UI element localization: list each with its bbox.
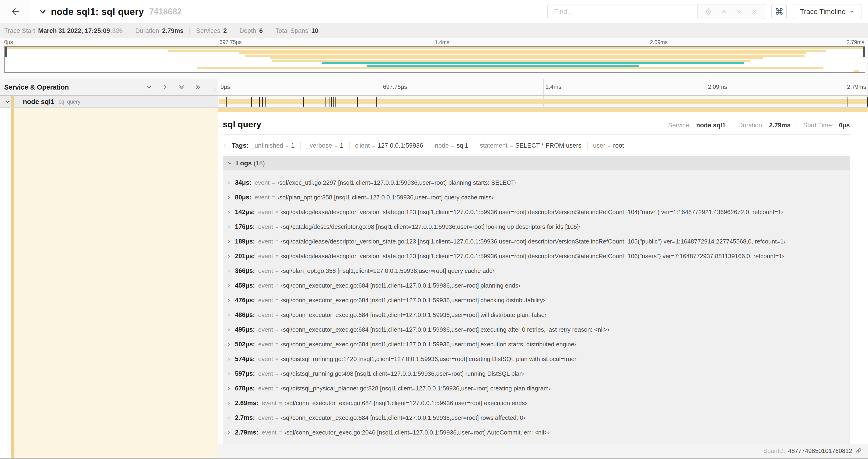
log-marker-tick [259, 97, 260, 107]
log-row-toggle-chevron-icon[interactable] [226, 283, 231, 288]
clear-find-icon[interactable] [751, 8, 758, 15]
log-row[interactable]: 189μs:event=‹sql/catalog/lease/descripto… [223, 234, 849, 249]
log-row-toggle-chevron-icon[interactable] [226, 210, 231, 215]
log-row-toggle-chevron-icon[interactable] [226, 430, 231, 435]
trace-collapse-chevron-icon[interactable] [38, 7, 47, 16]
tag-key: _verbose [306, 142, 332, 149]
span-link-icon[interactable] [855, 447, 862, 454]
find-tools [697, 4, 765, 19]
log-field-value: ‹sql/plan_opt.go:358 [nsql1,client=127.0… [281, 267, 495, 274]
collapse-one-icon[interactable] [145, 84, 152, 91]
span-id-bar: SpanID: 4877749850101760812 [218, 444, 868, 458]
log-row[interactable]: 176μs:event=‹sql/catalog/descs/descripto… [223, 220, 849, 234]
logs-accordion-header[interactable]: Logs (18) [223, 156, 849, 170]
log-row[interactable]: 495μs:event=‹sql/conn_executor_exec.go:6… [223, 322, 849, 337]
log-row[interactable]: 486μs:event=‹sql/conn_executor_exec.go:6… [223, 308, 849, 322]
back-button[interactable] [0, 0, 30, 23]
log-row-toggle-chevron-icon[interactable] [226, 386, 231, 391]
log-row-toggle-chevron-icon[interactable] [226, 225, 231, 229]
log-field-name: event [255, 179, 270, 186]
minimap-tick-label: 1.4ms [435, 39, 450, 45]
find-input[interactable] [548, 4, 697, 19]
collapse-all-icon[interactable] [178, 84, 185, 91]
span-row[interactable]: node sql1 sql query [0, 96, 868, 108]
span-detail-row: sql query Service:node sql1Duration:2.79… [0, 108, 868, 458]
minimap-tick-label: 2.79ms [847, 39, 864, 45]
span-row-name-cell[interactable]: node sql1 sql query [0, 96, 218, 107]
log-equals: = [275, 371, 278, 377]
log-row-toggle-chevron-icon[interactable] [226, 254, 231, 259]
span-bar-cell[interactable] [218, 96, 868, 107]
span-duration-bar[interactable] [219, 99, 867, 104]
log-row-toggle-chevron-icon[interactable] [226, 357, 231, 362]
log-marker-tick [303, 97, 304, 107]
summary-item-value: 6 [259, 27, 263, 35]
log-field-value: ‹sql/catalog/lease/descriptor_version_st… [281, 238, 786, 245]
log-row-toggle-chevron-icon[interactable] [226, 313, 231, 318]
tag-value: 1 [340, 142, 343, 149]
log-field-value: ‹sql/catalog/lease/descriptor_version_st… [281, 208, 783, 216]
log-row-toggle-chevron-icon[interactable] [226, 327, 231, 332]
trace-minimap[interactable] [4, 46, 865, 73]
span-service-name: node sql1 [23, 98, 54, 106]
log-row[interactable]: 678μs:event=‹sql/distsql_physical_planne… [223, 381, 849, 396]
log-row[interactable]: 2.7ms:event=‹sql/conn_executor_exec.go:6… [223, 411, 849, 425]
log-field-value: ‹sql/plan_opt.go:358 [nsql1,client=127.0… [277, 194, 494, 201]
tag-equals: = [286, 143, 289, 149]
log-row[interactable]: 80μs:event=‹sql/plan_opt.go:358 [nsql1,c… [223, 190, 849, 205]
log-row[interactable]: 34μs:event=‹sql/exec_util.go:2297 [nsql1… [223, 175, 849, 190]
log-row-toggle-chevron-icon[interactable] [226, 401, 231, 405]
log-row[interactable]: 366μs:event=‹sql/plan_opt.go:358 [nsql1,… [223, 264, 849, 278]
log-field-name: event [258, 341, 273, 348]
log-equals: = [275, 341, 278, 348]
span-color-accent [11, 96, 14, 107]
log-row[interactable]: 574μs:event=‹sql/distsql_running.go:1420… [223, 352, 849, 366]
overview-item-value: 2.79ms [769, 122, 790, 129]
tags-accordion[interactable]: Tags: _unfinished=1_verbose=1client=127.… [223, 140, 850, 151]
log-row[interactable]: 597μs:event=‹sql/distsql_running.go:498 … [223, 366, 849, 381]
tag-value: sql1 [457, 142, 468, 149]
log-row-toggle-chevron-icon[interactable] [226, 298, 231, 303]
expand-all-icon[interactable] [194, 84, 202, 91]
summary-item-suffix: .326 [111, 27, 123, 35]
overview-item: Duration:2.79ms [738, 122, 790, 129]
page-title: node sql1: sql query [51, 6, 144, 17]
focus-icon[interactable] [705, 8, 712, 15]
log-row-toggle-chevron-icon[interactable] [226, 181, 231, 185]
minimap-right-scrubber[interactable] [863, 47, 865, 57]
log-row[interactable]: 2.79ms:event=‹sql/conn_executor_exec.go:… [223, 425, 849, 440]
span-toggle-chevron-icon[interactable] [5, 99, 11, 105]
summary-item-value: 10 [311, 27, 318, 35]
next-result-icon[interactable] [736, 8, 743, 15]
log-row-toggle-chevron-icon[interactable] [226, 342, 231, 347]
log-row-toggle-chevron-icon[interactable] [226, 269, 231, 273]
minimap-left-scrubber[interactable] [5, 47, 7, 57]
tags-toggle-chevron-icon[interactable] [223, 143, 228, 148]
overview-item-value: node sql1 [696, 122, 726, 129]
span-id-label: SpanID: [763, 447, 785, 455]
log-timestamp: 476μs: [235, 297, 255, 304]
log-field-name: event [258, 238, 273, 245]
log-row-toggle-chevron-icon[interactable] [226, 416, 231, 420]
log-row[interactable]: 201μs:event=‹sql/catalog/lease/descripto… [223, 249, 849, 264]
log-row[interactable]: 459μs:event=‹sql/conn_executor_exec.go:6… [223, 278, 849, 293]
log-row[interactable]: 502μs:event=‹sql/conn_executor_exec.go:6… [223, 337, 849, 352]
expand-one-icon[interactable] [162, 84, 169, 91]
log-row-toggle-chevron-icon[interactable] [226, 239, 231, 244]
prev-result-icon[interactable] [720, 8, 727, 15]
minimap-ruler: 0μs697.75μs1.4ms2.09ms2.79ms [4, 38, 865, 46]
log-rows: 34μs:event=‹sql/exec_util.go:2297 [nsql1… [223, 170, 849, 440]
keyboard-shortcuts-button[interactable]: ⌘ [771, 4, 787, 19]
log-row[interactable]: 2.69ms:event=‹sql/conn_executor_exec.go:… [223, 396, 849, 411]
log-row[interactable]: 142μs:event=‹sql/catalog/lease/descripto… [223, 205, 849, 220]
log-row-toggle-chevron-icon[interactable] [226, 195, 231, 200]
log-field-value: ‹sql/distsql_physical_planner.go:828 [ns… [281, 385, 551, 392]
tag-equals: = [451, 143, 454, 149]
trace-view-selector-button[interactable]: Trace Timeline [793, 4, 862, 19]
log-field-value: ‹sql/exec_util.go:2297 [nsql1,client=127… [277, 179, 517, 186]
logs-toggle-chevron-icon[interactable] [227, 161, 232, 166]
column-resizer-handle[interactable]: ‖ [214, 87, 216, 94]
log-row-toggle-chevron-icon[interactable] [226, 371, 231, 376]
log-row[interactable]: 476μs:event=‹sql/conn_executor_exec.go:6… [223, 293, 849, 308]
summary-item-label: Duration [135, 27, 159, 35]
